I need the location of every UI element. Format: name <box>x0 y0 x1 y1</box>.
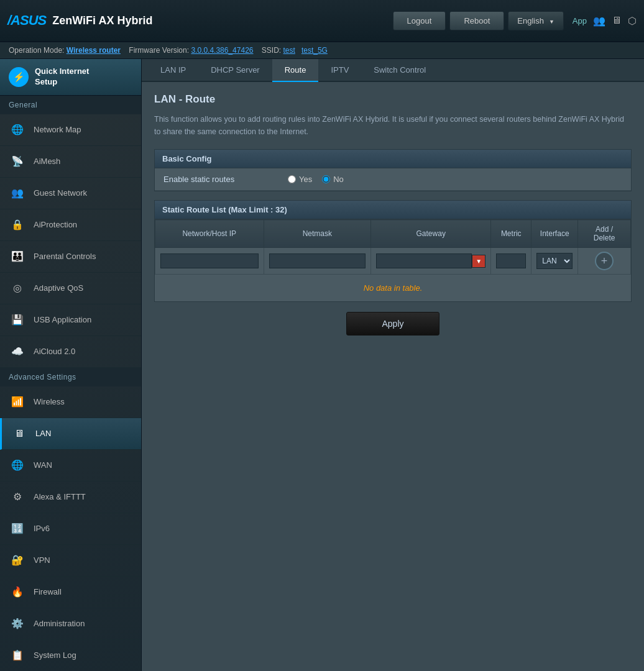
interface-select[interactable]: LAN WAN <box>536 253 573 269</box>
content-area: LAN - Route This function allows you to … <box>142 82 644 347</box>
sidebar-item-aiprotection[interactable]: 🔒 AiProtection <box>0 209 141 241</box>
tab-dhcp-server[interactable]: DHCP Server <box>198 59 272 82</box>
sidebar-item-system-log[interactable]: 📋 System Log <box>0 640 141 671</box>
system-log-label: System Log <box>34 650 76 660</box>
sidebar-item-firewall[interactable]: 🔥 Firewall <box>0 577 141 608</box>
app-label[interactable]: App <box>573 16 587 25</box>
administration-label: Administration <box>34 619 85 628</box>
firmware-value[interactable]: 3.0.0.4.386_47426 <box>191 46 253 55</box>
page-description: This function allows you to add routing … <box>154 113 632 138</box>
tab-route[interactable]: Route <box>272 59 319 82</box>
sidebar-item-aicloud[interactable]: ☁️ AiCloud 2.0 <box>0 336 141 368</box>
ssid-2g[interactable]: test <box>283 46 295 55</box>
sidebar-item-adaptive-qos[interactable]: ◎ Adaptive QoS <box>0 273 141 304</box>
asus-logo: /ASUS <box>7 12 46 29</box>
wan-icon: 🌐 <box>9 457 26 474</box>
language-label: English <box>517 16 544 25</box>
netmask-cell <box>264 248 371 275</box>
alexa-ifttt-icon: ⚙ <box>9 488 26 506</box>
sidebar-item-usb-application[interactable]: 💾 USB Application <box>0 304 141 336</box>
usb-application-icon: 💾 <box>9 311 26 329</box>
add-delete-cell: + <box>578 248 631 275</box>
sidebar-item-vpn[interactable]: 🔐 VPN <box>0 545 141 577</box>
sidebar-item-ipv6[interactable]: 🔢 IPv6 <box>0 513 141 545</box>
alexa-ifttt-label: Alexa & IFTTT <box>34 492 86 501</box>
users-icon[interactable]: 👥 <box>593 15 605 27</box>
wan-label: WAN <box>34 460 52 470</box>
reboot-button[interactable]: Reboot <box>449 11 504 30</box>
col-add-delete: Add / Delete <box>578 220 631 248</box>
firewall-icon: 🔥 <box>9 583 26 601</box>
network-map-icon: 🌐 <box>9 121 26 139</box>
lan-label: LAN <box>35 429 51 438</box>
system-log-icon: 📋 <box>9 647 26 664</box>
parental-controls-icon: 👪 <box>9 248 26 265</box>
static-route-list-title: Static Route List (Max Limit : 32) <box>155 201 631 219</box>
gateway-dropdown-button[interactable]: ▼ <box>472 255 485 268</box>
aimesh-label: AiMesh <box>34 157 60 166</box>
static-routes-no[interactable]: No <box>322 175 344 184</box>
tab-lan-ip[interactable]: LAN IP <box>148 59 198 82</box>
sidebar-item-guest-network[interactable]: 👥 Guest Network <box>0 178 141 209</box>
network-host-ip-input[interactable] <box>160 253 259 268</box>
firewall-label: Firewall <box>34 587 62 596</box>
sidebar-item-parental-controls[interactable]: 👪 Parental Controls <box>0 241 141 273</box>
metric-input[interactable] <box>496 253 526 268</box>
header-icons: App 👥 🖥 ⬡ <box>573 15 637 27</box>
guest-network-label: Guest Network <box>34 188 87 198</box>
add-route-button[interactable]: + <box>595 252 614 270</box>
ipv6-icon: 🔢 <box>9 520 26 537</box>
sidebar-item-administration[interactable]: ⚙️ Administration <box>0 608 141 640</box>
general-section-header: General <box>0 96 141 114</box>
col-netmask: Netmask <box>264 220 371 248</box>
static-routes-no-radio[interactable] <box>322 175 330 183</box>
sidebar-item-aimesh[interactable]: 📡 AiMesh <box>0 146 141 178</box>
apply-button[interactable]: Apply <box>346 312 439 336</box>
no-data-message: No data in table. <box>155 275 631 301</box>
metric-cell <box>491 248 531 275</box>
basic-config-title: Basic Config <box>155 150 631 168</box>
basic-config-section: Basic Config Enable static routes Yes No <box>154 149 632 191</box>
static-routes-yes-radio[interactable] <box>288 175 296 183</box>
sidebar-item-lan[interactable]: 🖥 LAN <box>0 418 141 450</box>
ssid-5g[interactable]: test_5G <box>301 46 328 55</box>
tab-iptv[interactable]: IPTV <box>318 59 361 82</box>
sidebar-item-wireless[interactable]: 📶 Wireless <box>0 386 141 418</box>
operation-mode-value[interactable]: Wireless router <box>67 46 121 55</box>
usb-icon[interactable]: ⬡ <box>628 15 637 27</box>
sidebar-item-network-map[interactable]: 🌐 Network Map <box>0 114 141 146</box>
netmask-input[interactable] <box>269 253 366 268</box>
adaptive-qos-label: Adaptive QoS <box>34 283 83 293</box>
aiprotection-icon: 🔒 <box>9 216 26 234</box>
yes-label: Yes <box>299 175 312 184</box>
tabs-bar: LAN IP DHCP Server Route IPTV Switch Con… <box>142 59 644 82</box>
quick-internet-setup[interactable]: ⚡ Quick InternetSetup <box>0 59 141 96</box>
gateway-wrap: ▼ <box>376 253 485 268</box>
col-gateway: Gateway <box>371 220 491 248</box>
static-route-list-section: Static Route List (Max Limit : 32) Netwo… <box>154 200 632 302</box>
network-map-label: Network Map <box>34 125 81 134</box>
firmware-label: Firmware Version: <box>129 46 189 55</box>
route-table: Network/Host IP Netmask Gateway Metric I… <box>155 219 631 275</box>
language-selector[interactable]: English <box>508 11 564 30</box>
main-content: LAN IP DHCP Server Route IPTV Switch Con… <box>142 59 644 671</box>
interface-cell: LAN WAN <box>531 248 578 275</box>
apply-section: Apply <box>154 312 632 336</box>
sidebar-item-alexa-ifttt[interactable]: ⚙ Alexa & IFTTT <box>0 482 141 513</box>
operation-mode-label: Operation Mode: <box>9 46 64 55</box>
vpn-icon: 🔐 <box>9 552 26 569</box>
tab-switch-control[interactable]: Switch Control <box>361 59 438 82</box>
quick-setup-icon: ⚡ <box>9 67 29 87</box>
aicloud-label: AiCloud 2.0 <box>34 347 75 356</box>
static-routes-yes[interactable]: Yes <box>288 175 312 184</box>
col-network-host-ip: Network/Host IP <box>155 220 264 248</box>
logo-area: /ASUS ZenWiFi AX Hybrid <box>7 12 393 29</box>
monitor-icon[interactable]: 🖥 <box>612 15 622 26</box>
aicloud-icon: ☁️ <box>9 343 26 360</box>
gateway-input[interactable] <box>376 253 472 268</box>
sidebar-item-wan[interactable]: 🌐 WAN <box>0 450 141 482</box>
guest-network-icon: 👥 <box>9 185 26 202</box>
aimesh-icon: 📡 <box>9 153 26 170</box>
logout-button[interactable]: Logout <box>393 11 446 30</box>
layout: ⚡ Quick InternetSetup General 🌐 Network … <box>0 59 644 671</box>
